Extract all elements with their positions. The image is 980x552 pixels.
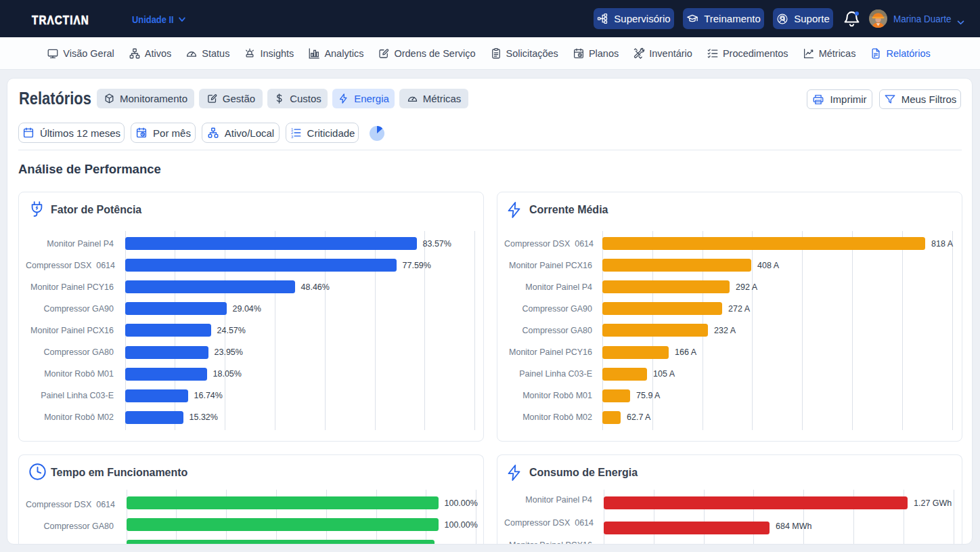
svg-text:3: 3 [290, 135, 292, 139]
